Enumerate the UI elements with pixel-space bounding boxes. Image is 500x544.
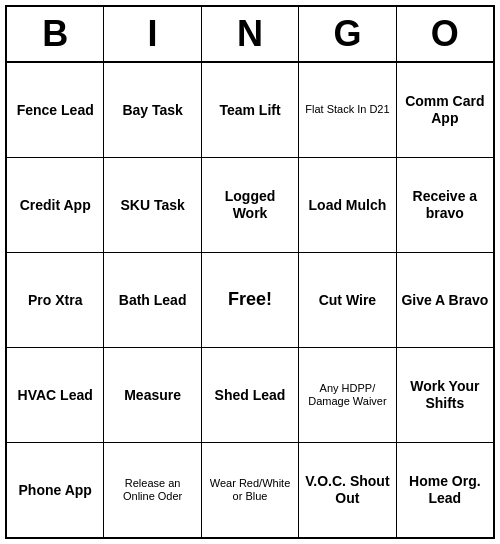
bingo-row: HVAC LeadMeasureShed LeadAny HDPP/ Damag… <box>7 348 493 443</box>
bingo-cell: Fence Lead <box>7 63 104 157</box>
bingo-cell: Bay Task <box>104 63 201 157</box>
bingo-cell: Wear Red/White or Blue <box>202 443 299 537</box>
header-letter: N <box>202 7 299 61</box>
bingo-row: Pro XtraBath LeadFree!Cut WireGive A Bra… <box>7 253 493 348</box>
bingo-cell: Any HDPP/ Damage Waiver <box>299 348 396 442</box>
header-letter: B <box>7 7 104 61</box>
bingo-cell: Logged Work <box>202 158 299 252</box>
bingo-row: Credit AppSKU TaskLogged WorkLoad MulchR… <box>7 158 493 253</box>
header-letter: O <box>397 7 493 61</box>
bingo-header: BINGO <box>7 7 493 63</box>
bingo-cell: Flat Stack In D21 <box>299 63 396 157</box>
bingo-row: Fence LeadBay TaskTeam LiftFlat Stack In… <box>7 63 493 158</box>
bingo-cell: Measure <box>104 348 201 442</box>
bingo-row: Phone AppRelease an Online OderWear Red/… <box>7 443 493 537</box>
header-letter: I <box>104 7 201 61</box>
bingo-cell: Home Org. Lead <box>397 443 493 537</box>
bingo-cell: Team Lift <box>202 63 299 157</box>
bingo-cell: Cut Wire <box>299 253 396 347</box>
header-letter: G <box>299 7 396 61</box>
bingo-cell: Bath Lead <box>104 253 201 347</box>
bingo-body: Fence LeadBay TaskTeam LiftFlat Stack In… <box>7 63 493 537</box>
bingo-cell: V.O.C. Shout Out <box>299 443 396 537</box>
bingo-cell: HVAC Lead <box>7 348 104 442</box>
bingo-cell: Phone App <box>7 443 104 537</box>
bingo-cell: Load Mulch <box>299 158 396 252</box>
bingo-cell: Receive a bravo <box>397 158 493 252</box>
bingo-cell: Pro Xtra <box>7 253 104 347</box>
bingo-cell: Comm Card App <box>397 63 493 157</box>
bingo-cell: Free! <box>202 253 299 347</box>
bingo-cell: Give A Bravo <box>397 253 493 347</box>
bingo-card: BINGO Fence LeadBay TaskTeam LiftFlat St… <box>5 5 495 539</box>
bingo-cell: SKU Task <box>104 158 201 252</box>
bingo-cell: Credit App <box>7 158 104 252</box>
bingo-cell: Shed Lead <box>202 348 299 442</box>
bingo-cell: Work Your Shifts <box>397 348 493 442</box>
bingo-cell: Release an Online Oder <box>104 443 201 537</box>
